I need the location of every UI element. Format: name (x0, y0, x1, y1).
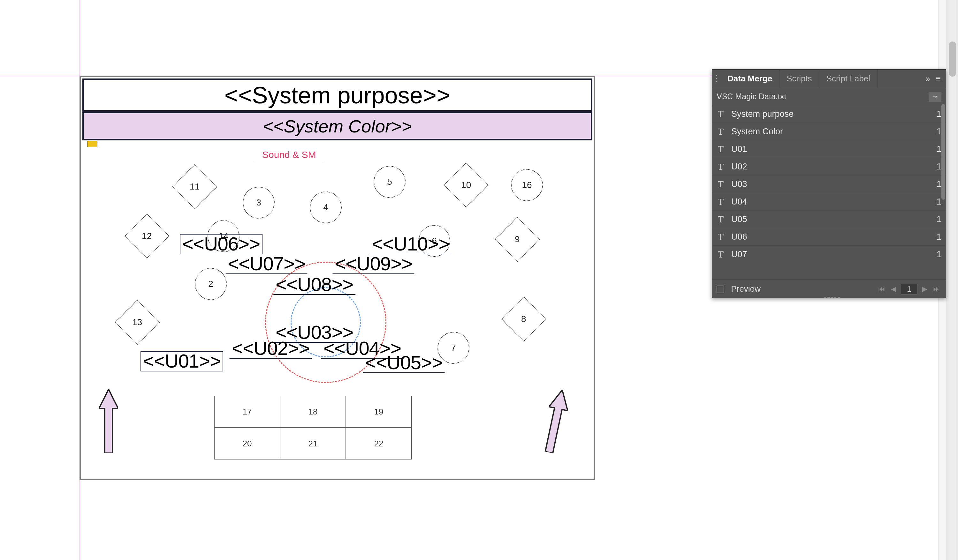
field-row[interactable]: TSystem Color1 (712, 123, 946, 141)
field-count: 1 (937, 144, 941, 154)
overset-text-indicator-icon[interactable] (87, 141, 97, 147)
preview-checkbox[interactable] (717, 286, 724, 293)
panel-resize-grip-icon[interactable] (824, 297, 840, 300)
field-count: 1 (937, 109, 941, 119)
table-5: 5 (374, 166, 406, 198)
field-list[interactable]: TSystem purpose1TSystem Color1TU011TU021… (712, 105, 946, 258)
table-label: 5 (387, 177, 392, 187)
placeholder-text: <<U09>> (335, 253, 412, 274)
placeholder-text: <<U01>> (143, 350, 220, 372)
text-frame-u05[interactable]: <<U05>> (362, 353, 445, 373)
text-field-icon: T (717, 231, 725, 242)
arrow-up-left-icon (99, 389, 118, 453)
table-label: 17 (243, 407, 252, 417)
nav-next-button[interactable]: ▶ (921, 284, 929, 294)
subtitle-placeholder-text: <<System Color>> (263, 116, 412, 136)
data-source-options-button[interactable]: ⇥ (929, 92, 941, 101)
title-placeholder-text: <<System purpose>> (225, 82, 450, 109)
placeholder-text: <<U07>> (228, 253, 305, 274)
field-count: 1 (937, 232, 941, 242)
placeholder-text: <<U10>> (372, 233, 449, 255)
text-frame-u10[interactable]: <<U10>> (369, 234, 452, 254)
tab-label: Data Merge (728, 74, 772, 84)
panel-collapse-icon[interactable]: » (925, 74, 930, 84)
nav-last-button[interactable]: ⏭ (932, 284, 941, 294)
text-frame-u08[interactable]: <<U08>> (273, 274, 356, 295)
vertical-scrollbar[interactable] (947, 0, 958, 560)
field-row[interactable]: TSystem purpose1 (712, 105, 946, 123)
text-frame-u02[interactable]: <<U02>> (229, 338, 312, 359)
table-13: 13 (115, 300, 160, 345)
field-row[interactable]: TU071 (712, 246, 946, 258)
field-count: 1 (937, 127, 941, 136)
table-label: 7 (451, 343, 456, 353)
field-name: U02 (731, 162, 747, 172)
text-field-icon: T (717, 109, 725, 119)
table-11: 11 (172, 164, 217, 209)
field-row[interactable]: TU021 (712, 158, 946, 176)
data-merge-panel[interactable]: ⋮ Data Merge Scripts Script Label » ≡ VS… (712, 69, 946, 298)
table-label: 8 (521, 314, 526, 324)
field-count: 1 (937, 214, 941, 224)
back-tables-row-2: 20 21 22 (214, 427, 412, 459)
field-name: System Color (731, 127, 783, 136)
table-17: 17 (214, 396, 281, 427)
tab-data-merge[interactable]: Data Merge (720, 70, 779, 88)
field-count: 1 (937, 250, 941, 259)
table-21: 21 (281, 428, 346, 459)
preview-toggle[interactable]: Preview (717, 284, 761, 294)
panel-footer: Preview ⏮ ◀ 1 ▶ ⏭ (712, 280, 946, 298)
table-label: 4 (323, 202, 328, 212)
field-name: U03 (731, 179, 747, 189)
subtitle-text-frame[interactable]: <<System Color>> (82, 112, 592, 141)
tab-scripts[interactable]: Scripts (779, 70, 819, 88)
table-label: 19 (374, 407, 384, 417)
scrollbar-track (949, 0, 956, 560)
field-count: 1 (937, 197, 941, 207)
field-name: U01 (731, 144, 747, 154)
record-navigator: ⏮ ◀ 1 ▶ ⏭ (877, 284, 941, 294)
table-10: 10 (444, 163, 489, 207)
arrow-up-right-icon (540, 388, 572, 454)
field-name: U07 (731, 250, 747, 259)
nav-page-field[interactable]: 1 (901, 284, 917, 294)
table-label: 3 (256, 198, 261, 208)
data-source-filename: VSC Magic Data.txt (717, 92, 786, 101)
title-text-frame[interactable]: <<System purpose>> (82, 79, 592, 112)
field-name: System purpose (731, 109, 793, 119)
back-tables-row-1: 17 18 19 (214, 395, 412, 427)
field-row[interactable]: TU041 (712, 193, 946, 210)
text-field-icon: T (717, 161, 725, 172)
table-20: 20 (214, 428, 281, 459)
table-label: 9 (515, 234, 520, 244)
text-frame-u07[interactable]: <<U07>> (225, 254, 308, 274)
field-count: 1 (937, 179, 941, 189)
table-label: 12 (142, 231, 152, 241)
table-3: 3 (243, 187, 274, 218)
placeholder-text: <<U08>> (276, 274, 353, 295)
table-label: 22 (374, 439, 384, 449)
table-9: 9 (495, 217, 540, 262)
text-frame-u01[interactable]: <<U01>> (141, 351, 223, 372)
field-row[interactable]: TU061 (712, 228, 946, 246)
table-4: 4 (310, 191, 342, 223)
text-frame-u06[interactable]: <<U06>> (180, 234, 262, 254)
tab-script-label[interactable]: Script Label (819, 70, 877, 88)
scrollbar-thumb[interactable] (949, 41, 956, 77)
field-row[interactable]: TU011 (712, 141, 946, 158)
field-row[interactable]: TU051 (712, 210, 946, 228)
panel-menu-icon[interactable]: ≡ (936, 74, 941, 84)
text-frame-u09[interactable]: <<U09>> (332, 254, 415, 274)
nav-prev-button[interactable]: ◀ (890, 284, 898, 294)
table-12: 12 (124, 214, 169, 258)
nav-first-button[interactable]: ⏮ (877, 284, 887, 294)
table-label: 13 (132, 317, 142, 327)
data-source-row: VSC Magic Data.txt ⇥ (712, 88, 946, 105)
field-row[interactable]: TU031 (712, 176, 946, 193)
table-label: 16 (522, 180, 532, 190)
table-label: 20 (243, 439, 252, 449)
table-19: 19 (346, 396, 411, 427)
panel-scrollbar-thumb[interactable] (941, 104, 945, 200)
field-name: U06 (731, 232, 747, 242)
panel-grip-icon[interactable]: ⋮ (712, 70, 720, 88)
